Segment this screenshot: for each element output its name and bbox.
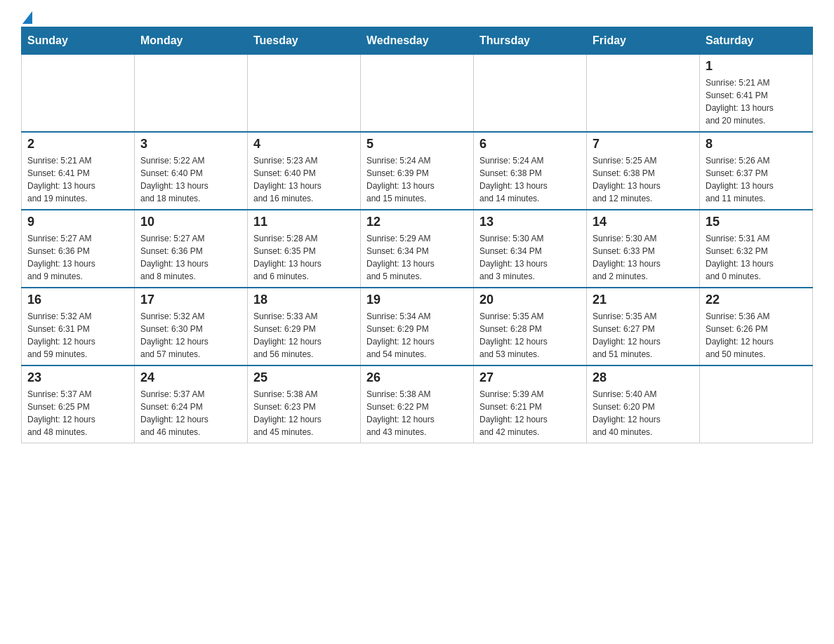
day-info: Sunrise: 5:38 AM Sunset: 6:22 PM Dayligh… [366, 388, 468, 438]
day-number: 10 [140, 215, 241, 229]
calendar-cell [587, 55, 700, 133]
calendar-week-4: 16Sunrise: 5:32 AM Sunset: 6:31 PM Dayli… [22, 288, 813, 365]
day-number: 23 [27, 370, 128, 385]
day-number: 26 [366, 370, 468, 385]
day-number: 24 [140, 370, 241, 385]
calendar-cell: 11Sunrise: 5:28 AM Sunset: 6:35 PM Dayli… [248, 210, 361, 288]
weekday-header-monday: Monday [135, 27, 248, 55]
day-number: 21 [593, 293, 694, 307]
calendar-cell: 7Sunrise: 5:25 AM Sunset: 6:38 PM Daylig… [587, 132, 700, 210]
day-info: Sunrise: 5:22 AM Sunset: 6:40 PM Dayligh… [140, 154, 241, 205]
calendar-cell: 25Sunrise: 5:38 AM Sunset: 6:23 PM Dayli… [248, 365, 361, 443]
day-info: Sunrise: 5:30 AM Sunset: 6:33 PM Dayligh… [593, 232, 694, 283]
day-number: 14 [593, 215, 694, 229]
day-number: 19 [366, 293, 468, 307]
day-number: 5 [366, 137, 468, 152]
calendar-cell [700, 365, 813, 443]
calendar-cell: 27Sunrise: 5:39 AM Sunset: 6:21 PM Dayli… [474, 365, 587, 443]
day-number: 4 [253, 137, 355, 152]
calendar-cell [361, 55, 474, 133]
day-info: Sunrise: 5:37 AM Sunset: 6:24 PM Dayligh… [140, 388, 241, 438]
day-info: Sunrise: 5:35 AM Sunset: 6:28 PM Dayligh… [479, 310, 581, 361]
day-info: Sunrise: 5:40 AM Sunset: 6:20 PM Dayligh… [593, 388, 694, 438]
day-number: 3 [140, 137, 241, 152]
calendar-cell [248, 55, 361, 133]
day-info: Sunrise: 5:36 AM Sunset: 6:26 PM Dayligh… [706, 310, 807, 361]
calendar-cell: 1Sunrise: 5:21 AM Sunset: 6:41 PM Daylig… [700, 55, 813, 133]
calendar-cell: 4Sunrise: 5:23 AM Sunset: 6:40 PM Daylig… [248, 132, 361, 210]
calendar-cell: 5Sunrise: 5:24 AM Sunset: 6:39 PM Daylig… [361, 132, 474, 210]
calendar-cell: 17Sunrise: 5:32 AM Sunset: 6:30 PM Dayli… [135, 288, 248, 365]
calendar-cell [22, 55, 135, 133]
calendar-cell: 3Sunrise: 5:22 AM Sunset: 6:40 PM Daylig… [135, 132, 248, 210]
weekday-header-row: SundayMondayTuesdayWednesdayThursdayFrid… [22, 27, 813, 55]
day-info: Sunrise: 5:35 AM Sunset: 6:27 PM Dayligh… [593, 310, 694, 361]
calendar-cell: 9Sunrise: 5:27 AM Sunset: 6:36 PM Daylig… [22, 210, 135, 288]
calendar-cell: 26Sunrise: 5:38 AM Sunset: 6:22 PM Dayli… [361, 365, 474, 443]
calendar-cell: 20Sunrise: 5:35 AM Sunset: 6:28 PM Dayli… [474, 288, 587, 365]
weekday-header-friday: Friday [587, 27, 700, 55]
day-info: Sunrise: 5:28 AM Sunset: 6:35 PM Dayligh… [253, 232, 355, 283]
day-info: Sunrise: 5:21 AM Sunset: 6:41 PM Dayligh… [706, 76, 807, 127]
day-info: Sunrise: 5:25 AM Sunset: 6:38 PM Dayligh… [593, 154, 694, 205]
day-number: 7 [593, 137, 694, 152]
day-info: Sunrise: 5:29 AM Sunset: 6:34 PM Dayligh… [366, 232, 468, 283]
day-number: 25 [253, 370, 355, 385]
calendar-week-3: 9Sunrise: 5:27 AM Sunset: 6:36 PM Daylig… [22, 210, 813, 288]
day-number: 9 [27, 215, 128, 229]
weekday-header-tuesday: Tuesday [248, 27, 361, 55]
calendar-cell: 12Sunrise: 5:29 AM Sunset: 6:34 PM Dayli… [361, 210, 474, 288]
day-number: 20 [479, 293, 581, 307]
calendar-week-2: 2Sunrise: 5:21 AM Sunset: 6:41 PM Daylig… [22, 132, 813, 210]
calendar-table: SundayMondayTuesdayWednesdayThursdayFrid… [21, 27, 813, 443]
calendar-cell: 19Sunrise: 5:34 AM Sunset: 6:29 PM Dayli… [361, 288, 474, 365]
day-info: Sunrise: 5:23 AM Sunset: 6:40 PM Dayligh… [253, 154, 355, 205]
calendar-cell [474, 55, 587, 133]
calendar-cell: 18Sunrise: 5:33 AM Sunset: 6:29 PM Dayli… [248, 288, 361, 365]
calendar-week-1: 1Sunrise: 5:21 AM Sunset: 6:41 PM Daylig… [22, 55, 813, 133]
calendar-cell: 23Sunrise: 5:37 AM Sunset: 6:25 PM Dayli… [22, 365, 135, 443]
day-number: 11 [253, 215, 355, 229]
calendar-cell: 16Sunrise: 5:32 AM Sunset: 6:31 PM Dayli… [22, 288, 135, 365]
calendar-cell: 13Sunrise: 5:30 AM Sunset: 6:34 PM Dayli… [474, 210, 587, 288]
day-info: Sunrise: 5:34 AM Sunset: 6:29 PM Dayligh… [366, 310, 468, 361]
day-info: Sunrise: 5:27 AM Sunset: 6:36 PM Dayligh… [27, 232, 128, 283]
calendar-cell [135, 55, 248, 133]
calendar-cell: 22Sunrise: 5:36 AM Sunset: 6:26 PM Dayli… [700, 288, 813, 365]
day-number: 18 [253, 293, 355, 307]
day-number: 17 [140, 293, 241, 307]
day-number: 12 [366, 215, 468, 229]
day-info: Sunrise: 5:38 AM Sunset: 6:23 PM Dayligh… [253, 388, 355, 438]
logo-blue-part [21, 14, 32, 24]
logo-arrow-icon [22, 11, 32, 24]
day-number: 8 [706, 137, 807, 152]
page-header [21, 14, 813, 20]
calendar-cell: 24Sunrise: 5:37 AM Sunset: 6:24 PM Dayli… [135, 365, 248, 443]
weekday-header-saturday: Saturday [700, 27, 813, 55]
day-info: Sunrise: 5:33 AM Sunset: 6:29 PM Dayligh… [253, 310, 355, 361]
day-number: 15 [706, 215, 807, 229]
calendar-cell: 8Sunrise: 5:26 AM Sunset: 6:37 PM Daylig… [700, 132, 813, 210]
calendar-cell: 6Sunrise: 5:24 AM Sunset: 6:38 PM Daylig… [474, 132, 587, 210]
day-info: Sunrise: 5:26 AM Sunset: 6:37 PM Dayligh… [706, 154, 807, 205]
calendar-cell: 15Sunrise: 5:31 AM Sunset: 6:32 PM Dayli… [700, 210, 813, 288]
calendar-cell: 21Sunrise: 5:35 AM Sunset: 6:27 PM Dayli… [587, 288, 700, 365]
day-number: 2 [27, 137, 128, 152]
day-info: Sunrise: 5:31 AM Sunset: 6:32 PM Dayligh… [706, 232, 807, 283]
day-info: Sunrise: 5:27 AM Sunset: 6:36 PM Dayligh… [140, 232, 241, 283]
calendar-cell: 14Sunrise: 5:30 AM Sunset: 6:33 PM Dayli… [587, 210, 700, 288]
day-info: Sunrise: 5:37 AM Sunset: 6:25 PM Dayligh… [27, 388, 128, 438]
day-info: Sunrise: 5:30 AM Sunset: 6:34 PM Dayligh… [479, 232, 581, 283]
day-number: 16 [27, 293, 128, 307]
day-info: Sunrise: 5:24 AM Sunset: 6:39 PM Dayligh… [366, 154, 468, 205]
day-info: Sunrise: 5:24 AM Sunset: 6:38 PM Dayligh… [479, 154, 581, 205]
weekday-header-thursday: Thursday [474, 27, 587, 55]
day-info: Sunrise: 5:32 AM Sunset: 6:30 PM Dayligh… [140, 310, 241, 361]
day-info: Sunrise: 5:21 AM Sunset: 6:41 PM Dayligh… [27, 154, 128, 205]
day-number: 13 [479, 215, 581, 229]
calendar-cell: 28Sunrise: 5:40 AM Sunset: 6:20 PM Dayli… [587, 365, 700, 443]
day-number: 22 [706, 293, 807, 307]
weekday-header-wednesday: Wednesday [361, 27, 474, 55]
day-number: 27 [479, 370, 581, 385]
logo [21, 14, 32, 20]
